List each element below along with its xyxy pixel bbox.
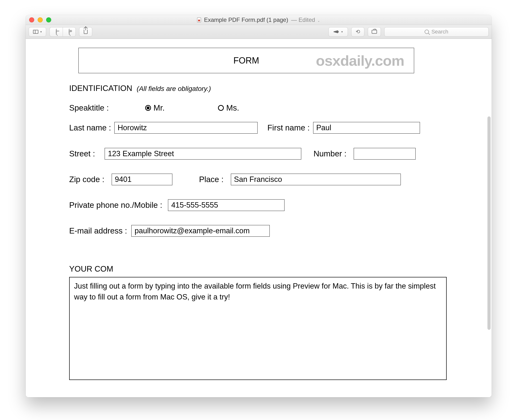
preview-window: Example PDF Form.pdf (1 page) — Edited ⌄…: [26, 15, 492, 397]
rotate-button[interactable]: ⟲: [351, 27, 364, 37]
chevron-down-icon: ▾: [40, 30, 42, 33]
chevron-down-icon: ⌄: [317, 19, 320, 23]
zoom-in-icon: [69, 29, 70, 35]
pdf-document-icon: [197, 17, 201, 22]
toolbox-icon: [372, 30, 377, 34]
sidebar-toggle-button[interactable]: ▾: [29, 27, 46, 37]
annotation-toolbar-button[interactable]: [368, 27, 381, 37]
radio-icon-checked: [145, 105, 151, 111]
comments-heading: YOUR COM: [69, 264, 113, 274]
zoom-window-button[interactable]: [46, 17, 51, 23]
street-row: Street : 123 Example Street Number :: [69, 148, 416, 160]
rotate-icon: ⟲: [356, 29, 360, 35]
radio-ms[interactable]: Ms.: [218, 103, 239, 113]
minimize-window-button[interactable]: [38, 17, 43, 23]
toolbar: ▾ ▾ ⟲ Search: [26, 25, 492, 39]
vertical-scrollbar[interactable]: [487, 116, 491, 330]
zip-label: Zip code :: [69, 175, 104, 184]
zoom-segment: [50, 27, 76, 37]
phone-row: Private phone no./Mobile : 415-555-5555: [69, 199, 285, 211]
email-label: E-mail address :: [69, 226, 127, 235]
radio-icon-unchecked: [218, 105, 224, 111]
titlebar: Example PDF Form.pdf (1 page) — Edited ⌄: [26, 15, 492, 25]
number-label: Number :: [313, 149, 346, 158]
sidebar-icon: [33, 30, 38, 34]
identification-heading: IDENTIFICATION (All fields are obligator…: [69, 84, 211, 93]
email-row: E-mail address : paulhorowitz@example-em…: [69, 225, 270, 237]
last-name-label: Last name :: [69, 123, 111, 132]
number-field[interactable]: [354, 148, 416, 160]
form-title: FORM: [234, 56, 259, 66]
zoom-in-button[interactable]: [63, 27, 76, 37]
speaktitle-row: Speaktitle : Mr. Ms.: [69, 103, 239, 113]
markup-button[interactable]: ▾: [328, 27, 348, 37]
last-name-field[interactable]: Horowitz: [114, 122, 258, 134]
name-row: Last name : Horowitz First name : Paul: [69, 122, 420, 134]
window-title[interactable]: Example PDF Form.pdf (1 page) — Edited ⌄: [197, 16, 320, 23]
document-viewport[interactable]: FORM osxdaily.com IDENTIFICATION (All fi…: [26, 39, 492, 397]
comments-field[interactable]: Just filling out a form by typing into t…: [69, 277, 447, 380]
window-controls: [29, 17, 51, 23]
email-field[interactable]: paulhorowitz@example-email.com: [131, 225, 270, 237]
zip-row: Zip code : 9401 Place : San Francisco: [69, 174, 401, 185]
search-icon: [425, 30, 429, 34]
chevron-down-icon: ▾: [341, 30, 343, 33]
document-title: Example PDF Form.pdf (1 page): [204, 16, 288, 23]
first-name-field[interactable]: Paul: [313, 122, 420, 134]
first-name-label: First name :: [267, 123, 310, 132]
share-button[interactable]: [79, 27, 92, 37]
street-label: Street :: [69, 149, 95, 158]
highlight-icon: [334, 30, 339, 33]
search-field[interactable]: Search: [384, 27, 489, 37]
place-field[interactable]: San Francisco: [231, 174, 401, 185]
zoom-out-button[interactable]: [50, 27, 63, 37]
close-window-button[interactable]: [29, 17, 34, 23]
zip-field[interactable]: 9401: [112, 174, 172, 185]
phone-field[interactable]: 415-555-5555: [168, 199, 285, 211]
edited-indicator[interactable]: — Edited ⌄: [291, 16, 320, 23]
radio-mr[interactable]: Mr.: [145, 103, 165, 113]
share-icon: [84, 30, 88, 34]
street-field[interactable]: 123 Example Street: [105, 148, 301, 160]
watermark-text: osxdaily.com: [316, 52, 404, 69]
phone-label: Private phone no./Mobile :: [69, 201, 162, 210]
zoom-out-icon: [56, 29, 57, 35]
search-placeholder: Search: [431, 29, 448, 35]
form-title-box: FORM osxdaily.com: [78, 48, 414, 73]
place-label: Place :: [199, 175, 224, 184]
pdf-page: FORM osxdaily.com IDENTIFICATION (All fi…: [26, 39, 486, 397]
speaktitle-label: Speaktitle :: [69, 103, 109, 113]
